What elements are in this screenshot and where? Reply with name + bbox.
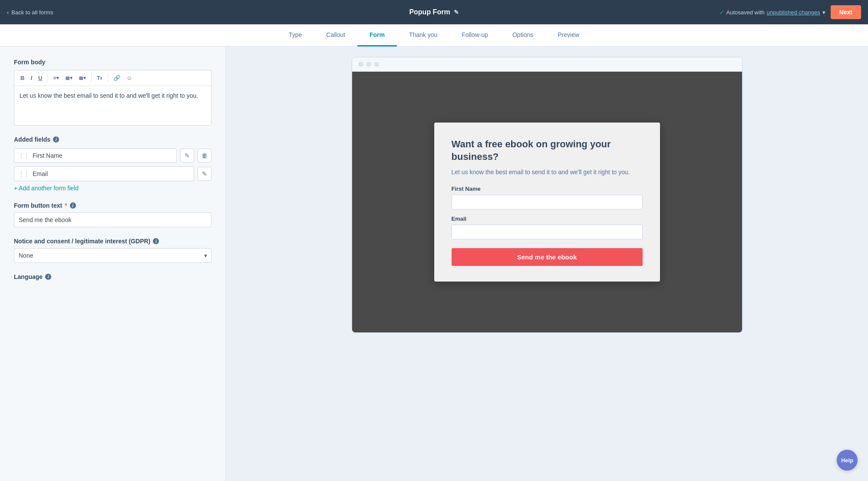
back-to-forms-link[interactable]: ‹ Back to all forms — [7, 9, 53, 16]
gdpr-label: Notice and consent / legitimate interest… — [14, 238, 150, 245]
popup-first-name-input[interactable] — [452, 195, 643, 209]
edit-title-icon[interactable]: ✎ — [454, 9, 459, 16]
popup-email-label: Email — [452, 216, 643, 222]
tab-thank-you[interactable]: Thank you — [397, 24, 449, 46]
editor-content[interactable]: Let us know the best email to send it to… — [14, 86, 211, 125]
form-button-text-label: Form button text — [14, 202, 62, 209]
align-button[interactable]: ≡ — [50, 73, 62, 83]
gdpr-section: Notice and consent / legitimate interest… — [14, 238, 211, 263]
back-arrow-icon: ‹ — [7, 9, 9, 16]
field-row-first-name: ⋮⋮ First Name ✎ 🗑 — [14, 148, 211, 163]
gdpr-select[interactable]: None Implicit consent Explicit consent L… — [14, 248, 211, 263]
edit-email-button[interactable]: ✎ — [198, 167, 211, 181]
list-unordered-group: ≣ — [63, 73, 75, 83]
unpublished-changes-link[interactable]: unpublished changes — [767, 9, 820, 16]
edit-first-name-button[interactable]: ✎ — [180, 149, 194, 163]
required-indicator: * — [65, 202, 67, 209]
browser-mockup: Want a free ebook on growing your busine… — [352, 57, 743, 333]
added-fields-info-icon[interactable]: i — [53, 136, 59, 143]
gdpr-info-icon[interactable]: i — [153, 238, 159, 244]
popup-subtitle: Let us know the best email to send it to… — [452, 168, 643, 177]
language-label-row: Language i — [14, 273, 211, 280]
form-button-text-input[interactable] — [14, 212, 211, 227]
gdpr-label-row: Notice and consent / legitimate interest… — [14, 238, 211, 245]
toolbar-divider-3 — [108, 74, 108, 83]
email-field: ⋮⋮ Email — [14, 166, 194, 181]
form-body-label: Form body — [14, 59, 211, 66]
popup-first-name-label: First Name — [452, 186, 643, 192]
clear-format-button[interactable]: Tx — [94, 73, 105, 83]
help-button[interactable]: Help — [837, 450, 858, 471]
browser-content: Want a free ebook on growing your busine… — [352, 72, 742, 332]
tab-options[interactable]: Options — [500, 24, 545, 46]
form-button-section: Form button text * i — [14, 202, 211, 227]
list-ordered-button[interactable]: ≣ — [76, 73, 89, 83]
rich-text-editor: B I U ≡ ≣ ≣ Tx 🔗 ☺ Let us know the — [14, 70, 211, 126]
autosaved-status: ✓ Autosaved with unpublished changes ▾ — [719, 9, 825, 16]
drag-handle-email[interactable]: ⋮⋮ — [19, 171, 29, 177]
popup-submit-button[interactable]: Send me the ebook — [452, 248, 643, 266]
nav-tabs: Type Callout Form Thank you Follow-up Op… — [0, 24, 868, 46]
form-button-label-row: Form button text * i — [14, 202, 211, 209]
form-title: Popup Form — [409, 8, 450, 16]
emoji-button[interactable]: ☺ — [124, 73, 135, 83]
list-unordered-button[interactable]: ≣ — [63, 73, 75, 83]
underline-button[interactable]: U — [36, 73, 45, 83]
header: ‹ Back to all forms Popup Form ✎ ✓ Autos… — [0, 0, 868, 24]
bold-button[interactable]: B — [18, 73, 27, 83]
browser-dot-1 — [358, 62, 363, 67]
next-button[interactable]: Next — [831, 5, 861, 19]
tab-callout[interactable]: Callout — [314, 24, 357, 46]
check-icon: ✓ — [719, 9, 724, 16]
first-name-field: ⋮⋮ First Name — [14, 148, 177, 163]
header-actions: ✓ Autosaved with unpublished changes ▾ N… — [719, 5, 861, 19]
toolbar-divider-2 — [91, 74, 92, 83]
header-title-area: Popup Form ✎ — [409, 8, 459, 16]
back-to-forms-label: Back to all forms — [11, 9, 53, 16]
popup-email-input[interactable] — [452, 225, 643, 239]
link-button[interactable]: 🔗 — [111, 73, 123, 83]
tab-form[interactable]: Form — [357, 24, 397, 46]
tab-follow-up[interactable]: Follow-up — [449, 24, 500, 46]
added-fields-label: Added fields — [14, 136, 50, 143]
language-section: Language i — [14, 273, 211, 280]
browser-dot-3 — [374, 62, 379, 67]
tab-preview[interactable]: Preview — [545, 24, 591, 46]
tab-type[interactable]: Type — [277, 24, 314, 46]
list-ordered-group: ≣ — [76, 73, 89, 83]
browser-dot-2 — [366, 62, 371, 67]
first-name-label: First Name — [33, 152, 62, 159]
toolbar-divider-1 — [47, 74, 48, 83]
form-button-info-icon[interactable]: i — [70, 202, 76, 209]
popup-title: Want a free ebook on growing your busine… — [452, 138, 643, 163]
added-fields-header: Added fields i — [14, 136, 211, 143]
drag-handle-first-name[interactable]: ⋮⋮ — [19, 153, 29, 159]
language-info-icon[interactable]: i — [45, 274, 51, 280]
browser-chrome — [352, 57, 742, 72]
dropdown-arrow-icon[interactable]: ▾ — [822, 9, 825, 16]
popup-form-preview: Want a free ebook on growing your busine… — [434, 123, 660, 281]
left-panel: Form body B I U ≡ ≣ ≣ Tx 🔗 ☺ — [0, 46, 226, 481]
delete-first-name-button[interactable]: 🗑 — [198, 149, 211, 163]
editor-toolbar: B I U ≡ ≣ ≣ Tx 🔗 ☺ — [14, 70, 211, 86]
italic-button[interactable]: I — [28, 73, 35, 83]
align-group: ≡ — [50, 73, 62, 83]
add-field-button[interactable]: + Add another form field — [14, 185, 79, 192]
gdpr-select-wrapper: None Implicit consent Explicit consent L… — [14, 248, 211, 263]
right-panel-preview: Want a free ebook on growing your busine… — [226, 46, 868, 481]
email-label: Email — [33, 170, 48, 177]
field-row-email: ⋮⋮ Email ✎ — [14, 166, 211, 181]
main-layout: Form body B I U ≡ ≣ ≣ Tx 🔗 ☺ — [0, 46, 868, 481]
language-label: Language — [14, 273, 43, 280]
